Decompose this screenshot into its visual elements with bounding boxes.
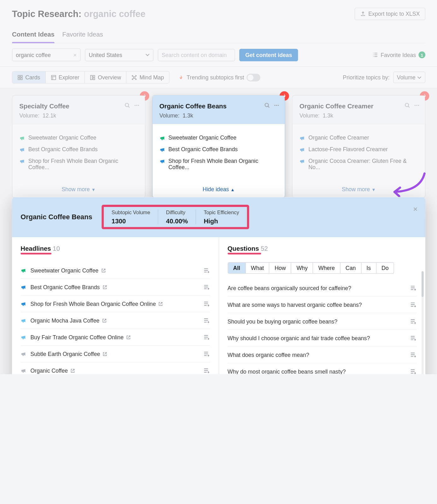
search-icon[interactable]: [264, 102, 270, 108]
close-icon[interactable]: ×: [413, 205, 417, 214]
view-mind-map[interactable]: Mind Map: [127, 72, 169, 83]
svg-rect-6: [93, 75, 95, 77]
svg-point-13: [125, 103, 129, 107]
question-filter-why[interactable]: Why: [291, 263, 313, 273]
more-icon[interactable]: [274, 102, 280, 108]
card-toggle[interactable]: Show more ▼: [12, 181, 145, 198]
question-row[interactable]: Why should I choose organic and fair tra…: [227, 330, 417, 346]
topic-input[interactable]: organic coffee ×: [12, 49, 81, 61]
add-to-list-icon[interactable]: [203, 267, 210, 274]
page-title-prefix: Topic Research:: [12, 9, 81, 19]
svg-point-21: [405, 103, 409, 107]
more-icon[interactable]: [134, 102, 140, 108]
search-icon[interactable]: [405, 102, 411, 108]
question-filter-where[interactable]: Where: [313, 263, 340, 273]
svg-point-9: [132, 75, 133, 76]
question-filter-is[interactable]: Is: [361, 263, 376, 273]
country-value: United States: [89, 52, 122, 58]
headline-row[interactable]: Best Organic Coffee Brands: [20, 279, 210, 295]
question-row[interactable]: Are coffee beans organically sourced for…: [227, 280, 417, 296]
headline-row[interactable]: Sweetwater Organic Coffee: [20, 262, 210, 279]
question-filter-do[interactable]: Do: [376, 263, 394, 273]
question-row[interactable]: What are some ways to harvest organic co…: [227, 296, 417, 313]
favorite-ideas-link[interactable]: Favorite Ideas 1: [372, 51, 425, 58]
question-filter-all[interactable]: All: [228, 263, 246, 273]
question-row[interactable]: Why do most organic coffee beans smell n…: [227, 363, 417, 374]
megaphone-icon: [19, 135, 25, 141]
card-toggle[interactable]: Hide ideas ▲: [153, 181, 285, 198]
panel-title: Organic Coffee Beans: [20, 213, 92, 221]
headline-row[interactable]: Shop for Fresh Whole Bean Organic Coffee…: [20, 295, 210, 312]
export-label: Export topic to XLSX: [368, 11, 420, 17]
add-to-list-icon[interactable]: [410, 284, 417, 291]
svg-point-20: [278, 105, 279, 106]
add-to-list-icon[interactable]: [203, 317, 210, 324]
scrollbar[interactable]: [422, 271, 424, 374]
view-explorer[interactable]: Explorer: [46, 72, 85, 83]
card-item: Sweetwater Organic Coffee: [159, 135, 278, 141]
headline-row[interactable]: Buy Fair Trade Organic Coffee Online: [20, 329, 210, 346]
add-to-list-icon[interactable]: [203, 284, 210, 290]
card-toggle[interactable]: Show more ▼: [293, 181, 425, 198]
add-to-list-icon[interactable]: [410, 368, 417, 374]
domain-search-input[interactable]: Search content on domain: [158, 49, 235, 61]
megaphone-icon: [159, 147, 165, 152]
tab-content-ideas[interactable]: Content Ideas: [12, 31, 55, 43]
add-to-list-icon[interactable]: [410, 335, 417, 341]
megaphone-icon: [20, 368, 26, 374]
megaphone-icon: [20, 351, 26, 357]
svg-rect-7: [93, 78, 95, 79]
megaphone-icon: [20, 284, 26, 290]
card-item: Shop for Fresh Whole Bean Organic Coffee…: [159, 158, 278, 170]
search-icon[interactable]: [124, 102, 130, 108]
svg-point-24: [418, 105, 419, 106]
view-overview[interactable]: Overview: [85, 72, 126, 83]
svg-point-11: [132, 79, 133, 80]
metric: Topic EfficiencyHigh: [196, 209, 247, 225]
question-row[interactable]: What does organic coffee mean?: [227, 346, 417, 363]
add-to-list-icon[interactable]: [203, 334, 210, 341]
svg-point-19: [276, 105, 277, 106]
page-title-topic: organic coffee: [84, 9, 145, 19]
add-to-list-icon[interactable]: [203, 350, 210, 357]
external-link-icon: [158, 301, 163, 306]
favorite-count-badge: 1: [418, 51, 425, 58]
add-to-list-icon[interactable]: [410, 318, 417, 325]
question-filter-can[interactable]: Can: [341, 263, 361, 273]
country-select[interactable]: United States: [85, 49, 154, 61]
megaphone-icon: [20, 267, 26, 273]
prioritize-select[interactable]: Volume: [393, 72, 426, 83]
card-item: Best Organic Coffee Brands: [19, 146, 138, 152]
add-to-list-icon[interactable]: [410, 301, 417, 308]
question-filter-what[interactable]: What: [246, 263, 269, 273]
question-filter-how[interactable]: How: [270, 263, 291, 273]
get-content-ideas-button[interactable]: Get content ideas: [239, 49, 298, 61]
external-link-icon: [126, 335, 131, 340]
external-link-icon: [101, 268, 106, 273]
tab-favorite-ideas[interactable]: Favorite Ideas: [62, 31, 103, 43]
view-cards[interactable]: Cards: [12, 72, 46, 83]
headline-row[interactable]: Organic Mocha Java Coffee: [20, 312, 210, 329]
headline-row[interactable]: Subtle Earth Organic Coffee: [20, 346, 210, 363]
svg-point-18: [274, 105, 276, 106]
trending-toggle[interactable]: [247, 73, 260, 81]
more-icon[interactable]: [414, 102, 420, 108]
megaphone-icon: [159, 135, 165, 141]
add-to-list-icon[interactable]: [203, 300, 210, 307]
export-button[interactable]: Export topic to XLSX: [355, 8, 425, 20]
clear-icon[interactable]: ×: [73, 51, 77, 58]
fire-icon: [178, 74, 184, 80]
topic-card[interactable]: Organic Coffee Creamer Volume: 1.3k Orga…: [292, 95, 426, 198]
external-link-icon: [103, 352, 108, 356]
topic-card[interactable]: Specialty Coffee Volume: 12.1k Sweetwate…: [12, 95, 145, 198]
questions-title: Questions 52: [227, 245, 268, 252]
card-volume: Volume: 1.3k: [300, 112, 418, 118]
headline-row[interactable]: Organic Coffee: [20, 363, 210, 374]
add-to-list-icon[interactable]: [203, 367, 210, 374]
headlines-title: Headlines 10: [20, 245, 60, 252]
card-title: Organic Coffee Creamer: [300, 102, 418, 110]
chevron-down-icon: [417, 75, 422, 80]
topic-card[interactable]: Organic Coffee Beans Volume: 1.3k Sweetw…: [152, 95, 285, 198]
add-to-list-icon[interactable]: [410, 351, 417, 358]
question-row[interactable]: Should you be buying organic coffee bean…: [227, 313, 417, 330]
